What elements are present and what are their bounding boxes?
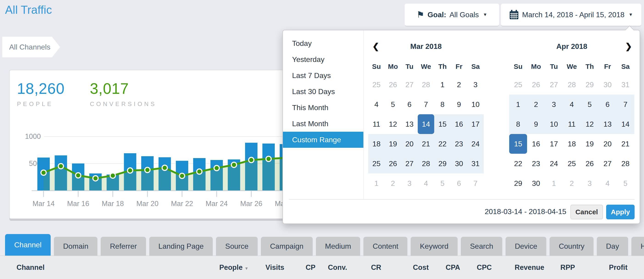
- day-cell[interactable]: 2: [385, 173, 401, 193]
- day-cell[interactable]: 18: [563, 134, 581, 154]
- day-cell[interactable]: 27: [401, 75, 418, 95]
- day-cell[interactable]: 18: [368, 134, 385, 154]
- line-point-conversions[interactable]: [249, 157, 254, 163]
- line-point-conversions[interactable]: [93, 176, 98, 181]
- preset-last-7-days[interactable]: Last 7 Days: [283, 68, 364, 84]
- tab-domain[interactable]: Domain: [54, 237, 98, 255]
- day-cell[interactable]: 30: [598, 75, 616, 95]
- day-cell[interactable]: 3: [545, 95, 563, 114]
- day-cell[interactable]: 12: [581, 114, 598, 134]
- day-cell[interactable]: 11: [563, 114, 581, 134]
- day-cell[interactable]: 6: [401, 95, 418, 114]
- day-cell[interactable]: 22: [434, 134, 451, 154]
- tab-hour[interactable]: Hour: [632, 237, 644, 255]
- tab-channel[interactable]: Channel: [5, 234, 51, 255]
- day-cell[interactable]: 17: [467, 114, 484, 134]
- day-cell[interactable]: 24: [467, 134, 484, 154]
- day-cell[interactable]: 26: [527, 75, 545, 95]
- line-point-conversions[interactable]: [180, 173, 185, 178]
- day-cell[interactable]: 12: [385, 114, 401, 134]
- column-header-cpa[interactable]: CPA: [429, 263, 460, 272]
- date-range-dropdown-button[interactable]: March 14, 2018 - April 15, 2018 ▼: [501, 4, 641, 26]
- day-cell[interactable]: 15: [434, 114, 451, 134]
- day-cell[interactable]: 1: [509, 95, 527, 114]
- day-cell[interactable]: 21: [418, 134, 434, 154]
- day-cell[interactable]: 31: [467, 154, 484, 173]
- day-cell[interactable]: 10: [545, 114, 563, 134]
- day-cell[interactable]: 23: [527, 154, 545, 173]
- day-cell[interactable]: 28: [418, 154, 434, 173]
- line-point-conversions[interactable]: [110, 173, 116, 178]
- line-point-conversions[interactable]: [58, 164, 64, 169]
- day-cell[interactable]: 25: [368, 154, 385, 173]
- day-cell[interactable]: 13: [598, 114, 616, 134]
- breadcrumb-all-channels[interactable]: All Channels: [2, 37, 60, 57]
- day-cell[interactable]: 11: [368, 114, 385, 134]
- line-point-conversions[interactable]: [41, 170, 46, 175]
- day-cell[interactable]: 26: [581, 154, 598, 173]
- day-cell[interactable]: 4: [368, 95, 385, 114]
- column-header-cp[interactable]: CP: [284, 263, 316, 272]
- column-header-conv[interactable]: Conv.: [316, 263, 347, 272]
- line-point-conversions[interactable]: [214, 165, 220, 171]
- day-cell[interactable]: 6: [598, 95, 616, 114]
- day-cell[interactable]: 7: [616, 95, 634, 114]
- day-cell[interactable]: 5: [616, 173, 634, 193]
- day-cell[interactable]: 4: [598, 173, 616, 193]
- day-cell[interactable]: 27: [598, 154, 616, 173]
- day-cell[interactable]: 19: [385, 134, 401, 154]
- cancel-button[interactable]: Cancel: [570, 205, 603, 219]
- column-header-people[interactable]: People▼: [207, 263, 248, 272]
- day-cell[interactable]: 7: [467, 173, 484, 193]
- day-cell[interactable]: 25: [368, 75, 385, 95]
- day-cell[interactable]: 1: [368, 173, 385, 193]
- line-point-conversions[interactable]: [197, 169, 202, 174]
- day-cell[interactable]: 2: [563, 173, 581, 193]
- column-header-cost[interactable]: Cost: [381, 263, 429, 272]
- day-cell[interactable]: 26: [385, 154, 401, 173]
- line-point-conversions[interactable]: [231, 162, 236, 167]
- day-cell[interactable]: 24: [545, 154, 563, 173]
- preset-this-month[interactable]: This Month: [283, 100, 364, 116]
- column-header-cr[interactable]: CR: [347, 263, 381, 272]
- day-cell[interactable]: 17: [545, 134, 563, 154]
- line-point-conversions[interactable]: [162, 165, 167, 170]
- day-cell[interactable]: 5: [434, 173, 451, 193]
- day-cell[interactable]: 23: [451, 134, 467, 154]
- day-cell[interactable]: 14: [616, 114, 634, 134]
- day-cell[interactable]: 10: [467, 95, 484, 114]
- day-cell[interactable]: 1: [545, 173, 563, 193]
- tab-search[interactable]: Search: [461, 237, 502, 255]
- line-point-conversions[interactable]: [266, 156, 271, 162]
- tab-source[interactable]: Source: [216, 237, 258, 255]
- tab-country[interactable]: Country: [550, 237, 594, 255]
- day-cell[interactable]: 8: [509, 114, 527, 134]
- day-cell[interactable]: 20: [598, 134, 616, 154]
- tab-day[interactable]: Day: [597, 237, 628, 255]
- day-cell[interactable]: 5: [581, 95, 598, 114]
- day-cell[interactable]: 9: [527, 114, 545, 134]
- apply-button[interactable]: Apply: [606, 205, 634, 219]
- preset-last-30-days[interactable]: Last 30 Days: [283, 84, 364, 100]
- day-cell[interactable]: 29: [581, 75, 598, 95]
- column-header-rpp[interactable]: RPP: [544, 263, 575, 272]
- tab-device[interactable]: Device: [506, 237, 546, 255]
- day-cell[interactable]: 3: [401, 173, 418, 193]
- day-cell[interactable]: 6: [451, 173, 467, 193]
- day-cell[interactable]: 2: [451, 75, 467, 95]
- day-cell[interactable]: 2: [527, 95, 545, 114]
- preset-custom-range[interactable]: Custom Range: [283, 132, 364, 148]
- day-cell-selected[interactable]: 14: [418, 114, 434, 134]
- day-cell[interactable]: 29: [434, 154, 451, 173]
- day-cell[interactable]: 13: [401, 114, 418, 134]
- goal-dropdown-button[interactable]: ⚑ Goal: All Goals ▼: [405, 4, 499, 26]
- day-cell[interactable]: 3: [467, 75, 484, 95]
- day-cell[interactable]: 28: [616, 154, 634, 173]
- day-cell[interactable]: 31: [616, 75, 634, 95]
- day-cell[interactable]: 22: [509, 154, 527, 173]
- day-cell[interactable]: 3: [581, 173, 598, 193]
- day-cell[interactable]: 8: [434, 95, 451, 114]
- preset-yesterday[interactable]: Yesterday: [283, 51, 364, 68]
- day-cell[interactable]: 29: [509, 173, 527, 193]
- day-cell[interactable]: 25: [509, 75, 527, 95]
